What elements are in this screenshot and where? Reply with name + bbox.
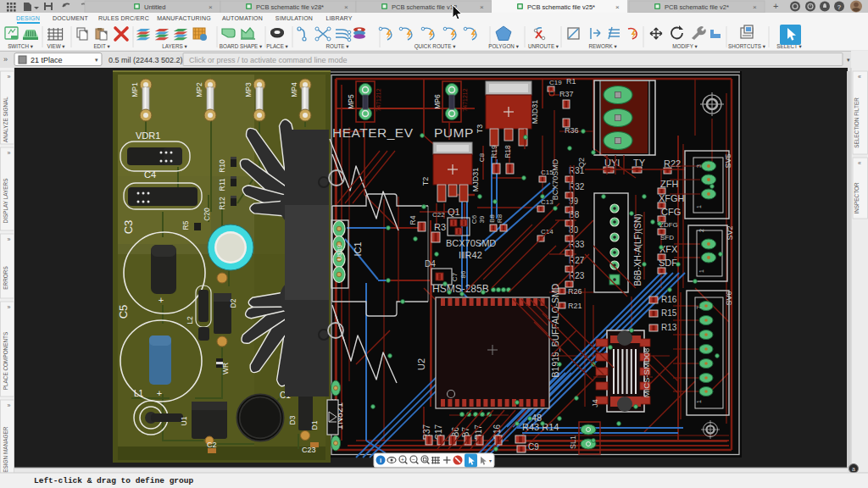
- svg-text:D4: D4: [425, 259, 436, 269]
- svg-text:21 tPlace: 21 tPlace: [31, 56, 63, 64]
- svg-text:R5: R5: [181, 220, 190, 230]
- svg-text:R1: R1: [566, 77, 576, 86]
- svg-text:+: +: [159, 295, 164, 305]
- svg-text:7: 7: [696, 306, 702, 309]
- svg-text:▾: ▾: [847, 57, 850, 63]
- svg-text:R18: R18: [504, 145, 512, 158]
- svg-text:DOCUMENT: DOCUMENT: [53, 15, 89, 21]
- svg-text:2: 2: [698, 229, 704, 232]
- svg-text:MP6: MP6: [433, 94, 442, 109]
- svg-text:×: ×: [344, 3, 348, 11]
- svg-text:?: ?: [837, 3, 842, 11]
- svg-text:Untitled: Untitled: [144, 3, 165, 11]
- svg-text:LAYERS ▾: LAYERS ▾: [162, 43, 187, 49]
- svg-text:Q2: Q2: [577, 158, 586, 168]
- svg-text:R11: R11: [218, 178, 226, 191]
- svg-text:MJD31: MJD31: [531, 100, 539, 125]
- svg-text:Q1: Q1: [448, 207, 460, 217]
- svg-text:»: »: [8, 304, 11, 310]
- svg-text:C20: C20: [203, 208, 211, 221]
- svg-text:R32: R32: [569, 182, 585, 191]
- svg-text:R21: R21: [568, 302, 582, 310]
- svg-text:Click or press / to activate c: Click or press / to activate command lin…: [189, 56, 348, 64]
- svg-text:SHORTCUTS ▾: SHORTCUTS ▾: [728, 43, 766, 49]
- svg-text:R8: R8: [496, 214, 504, 223]
- svg-text:R15: R15: [661, 308, 677, 318]
- svg-text:BCX70SMD: BCX70SMD: [446, 238, 496, 248]
- svg-text:»: »: [8, 236, 11, 242]
- svg-text:C8: C8: [478, 152, 486, 162]
- svg-text:«: «: [858, 74, 861, 80]
- svg-text:PLACE ▾: PLACE ▾: [266, 43, 288, 49]
- svg-text:SIMULATION: SIMULATION: [275, 15, 313, 21]
- svg-text:ERRORS: ERRORS: [3, 266, 8, 289]
- svg-text:ANALYZE SIGNAL: ANALYZE SIGNAL: [3, 97, 8, 142]
- svg-text:R33: R33: [569, 240, 585, 249]
- svg-text:R12: R12: [218, 197, 226, 210]
- svg-text:»: »: [8, 74, 11, 80]
- svg-text:C3: C3: [122, 220, 135, 235]
- svg-text:+: +: [157, 388, 162, 398]
- svg-text:SL1: SL1: [569, 435, 577, 449]
- svg-text:−: −: [412, 457, 415, 463]
- svg-text:PCB schematic file v28*: PCB schematic file v28*: [256, 3, 324, 11]
- svg-text:U2: U2: [416, 358, 426, 370]
- svg-text:AUTOMATION: AUTOMATION: [222, 15, 263, 21]
- svg-text:PCB schematic file v12: PCB schematic file v12: [392, 3, 457, 11]
- svg-text:INSPECTOR: INSPECTOR: [854, 182, 860, 214]
- svg-text:×: ×: [615, 3, 620, 11]
- svg-text:VIEW ▾: VIEW ▾: [47, 43, 65, 49]
- svg-text:SWITCH ▾: SWITCH ▾: [8, 43, 34, 49]
- svg-text:EDIT ▾: EDIT ▾: [93, 43, 110, 49]
- svg-text:R27: R27: [569, 256, 585, 265]
- svg-text:Left-click & drag to define gr: Left-click & drag to define group: [34, 476, 193, 485]
- svg-text:×: ×: [753, 3, 757, 11]
- svg-text:LIBRARY: LIBRARY: [326, 15, 352, 21]
- svg-text:R4: R4: [409, 215, 417, 225]
- svg-text:B6B-XH-A(LF)(SN): B6B-XH-A(LF)(SN): [633, 214, 643, 286]
- svg-text:C6: C6: [470, 214, 478, 224]
- svg-text:U$19: U$19: [336, 244, 343, 261]
- svg-text:MANUFACTURING: MANUFACTURING: [157, 15, 211, 21]
- svg-text:J4: J4: [591, 399, 599, 408]
- svg-text:PCB schematic file v25*: PCB schematic file v25*: [527, 3, 595, 11]
- svg-text:«: «: [858, 160, 861, 166]
- svg-text:×: ×: [480, 3, 484, 11]
- svg-text:R16: R16: [661, 295, 677, 304]
- svg-text:MP2: MP2: [195, 82, 203, 97]
- svg-text:+: +: [773, 1, 778, 11]
- svg-text:R19: R19: [490, 145, 498, 158]
- svg-text:POLYGON ▾: POLYGON ▾: [488, 43, 519, 49]
- svg-text:3: 3: [696, 164, 702, 168]
- svg-text:×: ×: [209, 3, 213, 11]
- svg-text:»: »: [8, 402, 11, 408]
- svg-text:XFGH: XFGH: [659, 193, 685, 203]
- svg-text:PCB schematic file v2*: PCB schematic file v2*: [665, 3, 729, 11]
- svg-text:7471212: 7471212: [376, 88, 381, 111]
- svg-text:MP5: MP5: [347, 94, 355, 109]
- svg-text:IC1: IC1: [353, 241, 363, 256]
- svg-text:C9: C9: [528, 442, 539, 452]
- svg-text:VDR1: VDR1: [136, 130, 160, 141]
- svg-text:MODIFY ▾: MODIFY ▾: [672, 43, 698, 49]
- svg-text:MP1: MP1: [131, 82, 139, 97]
- svg-text:HEATER_EV: HEATER_EV: [332, 125, 414, 140]
- svg-text:▾: ▾: [95, 57, 98, 63]
- svg-text:86: 86: [459, 270, 467, 278]
- svg-text:R3: R3: [434, 222, 446, 232]
- svg-text:C13: C13: [541, 198, 554, 206]
- svg-text:SV6: SV6: [725, 291, 733, 305]
- svg-text:MP4: MP4: [290, 82, 298, 97]
- svg-text:MP3: MP3: [244, 82, 253, 97]
- svg-text:1: 1: [696, 400, 702, 403]
- svg-text:1: 1: [698, 269, 704, 273]
- svg-text:REWORK ▾: REWORK ▾: [588, 43, 617, 49]
- svg-text:DESIGN: DESIGN: [16, 15, 40, 21]
- svg-text:7471212: 7471212: [462, 88, 468, 111]
- svg-text:MJD31: MJD31: [471, 168, 480, 192]
- svg-text:+: +: [401, 457, 404, 463]
- svg-text:C5: C5: [117, 305, 130, 319]
- svg-text:D3: D3: [288, 415, 297, 424]
- svg-text:MICS-SMD08: MICS-SMD08: [642, 348, 651, 398]
- svg-text:C7: C7: [451, 272, 459, 281]
